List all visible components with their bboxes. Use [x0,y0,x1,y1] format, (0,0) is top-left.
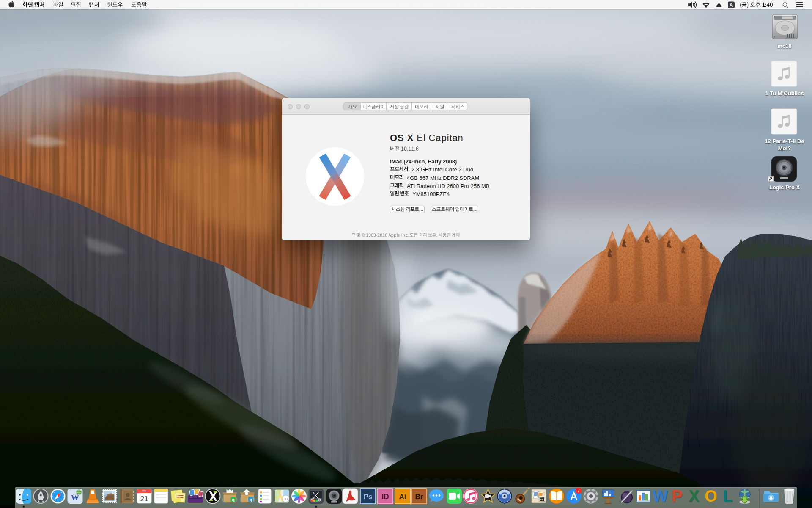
svg-text:Logic Pro X: Logic Pro X [769,184,800,190]
svg-text:q: q [232,497,234,502]
svg-text:12 Parle-T-Il De: 12 Parle-T-Il De [765,138,804,144]
svg-text:3D: 3D [284,497,288,500]
svg-text:Br: Br [415,493,423,501]
svg-text:mc18: mc18 [777,43,791,49]
svg-text:ID: ID [382,493,389,501]
svg-text:P: P [672,487,682,505]
svg-text:W: W [653,487,668,505]
svg-text:X: X [689,487,700,505]
svg-text:L: L [723,487,732,505]
svg-text:A: A [729,2,733,8]
svg-text:Ps: Ps [364,493,373,501]
svg-text:1 Tu M'Oublies: 1 Tu M'Oublies [765,90,804,97]
svg-text:Moi?: Moi? [778,145,791,152]
svg-text:21: 21 [140,495,148,503]
svg-text:q: q [250,497,252,502]
svg-text:7: 7 [577,488,580,493]
svg-text:O: O [705,487,717,505]
svg-text:Ai: Ai [399,493,406,501]
